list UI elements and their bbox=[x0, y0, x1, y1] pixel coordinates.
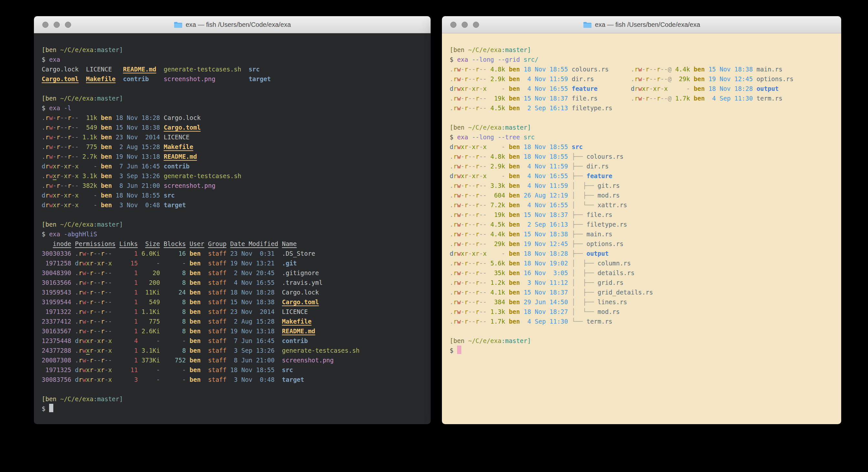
terminal-line: [ben ~/C/e/exa:master] bbox=[42, 394, 431, 404]
desktop-background: exa — fish /Users/ben/Code/exa/exa [ben … bbox=[0, 0, 868, 472]
terminal-line: 30163567 .rw-r--r-- 1 2.6Ki 8 ben staff … bbox=[42, 326, 431, 336]
terminal-line: .rw-r--r-- 2.9k ben 4 Nov 11:59 ├── dir.… bbox=[450, 161, 841, 171]
terminal-line: .rw-r--r-- 3.3k ben 4 Nov 11:59 │ ├── gi… bbox=[450, 181, 841, 190]
zoom-button[interactable] bbox=[65, 22, 71, 28]
terminal-line: .rw-r--r-- 384 ben 29 Jun 14:50 │ ├── li… bbox=[450, 297, 841, 307]
terminal-line: [ben ~/C/e/exa:master] bbox=[450, 122, 841, 132]
terminal-line: .rw-r--r-- 7.2k ben 4 Nov 16:55 │ └── xa… bbox=[450, 200, 841, 210]
title-area: exa — fish /Users/ben/Code/exa/exa bbox=[583, 21, 700, 28]
terminal-line: drwxr-xr-x - ben 3 Nov 0:48 target bbox=[42, 200, 431, 210]
terminal-line: .rwxr-xr-x 3.1k ben 3 Sep 13:26 generate… bbox=[42, 171, 431, 181]
terminal-line: .rw-r--r-- 1.3k ben 18 Nov 18:27 │ └── m… bbox=[450, 307, 841, 317]
traffic-lights bbox=[42, 16, 71, 33]
terminal-line: drwxr-xr-x - ben 18 Nov 18:55 src bbox=[450, 142, 841, 152]
terminal-line: .rw-r--r-- 604 ben 26 Aug 12:19 │ ├── mo… bbox=[450, 190, 841, 200]
terminal-line: .rw-r--r-- 4.1k ben 15 Nov 18:37 │ ├── g… bbox=[450, 287, 841, 297]
close-button[interactable] bbox=[450, 22, 457, 28]
terminal-line: .rw-r--r-- 775 ben 2 Aug 15:28 Makefile bbox=[42, 142, 431, 152]
terminal-line: Cargo.toml Makefile contrib screenshot.p… bbox=[42, 74, 431, 84]
terminal-line: drwxr-xr-x - ben 18 Nov 18:55 src bbox=[42, 190, 431, 200]
terminal-line: .rw-r--r-- 4.5k ben 2 Sep 16:13 filetype… bbox=[450, 103, 841, 113]
minimize-button[interactable] bbox=[54, 22, 60, 28]
terminal-line: $ exa -abghHliS bbox=[42, 229, 431, 239]
terminal-line: .rw-r--r-- 35k ben 16 Nov 3:05 │ ├── det… bbox=[450, 268, 841, 278]
terminal-line: 24377288 .rwxr-xr-x 1 3.1Ki 8 ben staff … bbox=[42, 346, 431, 355]
terminal-line: .rw-r--r-- 549 ben 15 Nov 18:38 Cargo.to… bbox=[42, 122, 431, 132]
terminal-line bbox=[42, 210, 431, 219]
terminal-line: $ exa --long --grid src/ bbox=[450, 55, 841, 64]
terminal-line: .rw-r--r-- 4.4k ben 15 Nov 18:38 ├── mai… bbox=[450, 229, 841, 239]
folder-icon bbox=[583, 21, 592, 28]
terminal-line: .rw-r--r-- 382k ben 8 Jun 21:00 screensh… bbox=[42, 181, 431, 190]
terminal-body-dark[interactable]: [ben ~/C/e/exa:master]$ exaCargo.lock LI… bbox=[34, 33, 431, 424]
terminal-line: $ bbox=[450, 346, 841, 355]
terminal-line: 1971325 drwxr-xr-x 11 - - ben staff 18 N… bbox=[42, 365, 431, 375]
terminal-line: 30048390 .rw-r--r-- 1 20 8 ben staff 2 N… bbox=[42, 268, 431, 278]
terminal-line: [ben ~/C/e/exa:master] bbox=[42, 219, 431, 229]
terminal-line: .rw-r--r-- 2.9k ben 4 Nov 11:59 dir.rs .… bbox=[450, 74, 841, 84]
terminal-line: 31959544 .rw-r--r-- 1 549 8 ben staff 15… bbox=[42, 297, 431, 307]
terminal-line: .rw-r--r-- 4.8k ben 18 Nov 18:55 colours… bbox=[450, 64, 841, 74]
terminal-line: [ben ~/C/e/exa:master] bbox=[450, 336, 841, 346]
window-title: exa — fish /Users/ben/Code/exa/exa bbox=[595, 21, 700, 28]
terminal-line: .rw-r--r-- 19k ben 15 Nov 18:37 file.rs … bbox=[450, 93, 841, 103]
terminal-line: .rw-r--r-- 1.2k ben 3 Nov 11:12 │ ├── gr… bbox=[450, 278, 841, 287]
terminal-line: .rw-r--r-- 5.6k ben 18 Nov 19:02 │ ├── c… bbox=[450, 258, 841, 268]
folder-icon bbox=[174, 21, 183, 28]
terminal-line: [ben ~/C/e/exa:master] bbox=[42, 45, 431, 55]
terminal-line: $ exa bbox=[42, 55, 431, 64]
cursor-block bbox=[457, 346, 461, 354]
traffic-lights bbox=[450, 16, 479, 33]
terminal-line bbox=[450, 326, 841, 336]
terminal-line: 20087308 .rw-r--r-- 1 373Ki 752 ben staf… bbox=[42, 355, 431, 365]
terminal-line: 1971258 drwxr-xr-x 15 - - ben staff 19 N… bbox=[42, 258, 431, 268]
terminal-line: .rw-r--r-- 1.7k ben 4 Sep 11:30 └── term… bbox=[450, 317, 841, 326]
terminal-line: $ exa --long --tree src bbox=[450, 132, 841, 142]
terminal-line: drwxr-xr-x - ben 4 Nov 16:55 ├── feature bbox=[450, 171, 841, 181]
terminal-line: [ben ~/C/e/exa:master] bbox=[450, 45, 841, 55]
terminal-window-dark[interactable]: exa — fish /Users/ben/Code/exa/exa [ben … bbox=[34, 16, 431, 424]
terminal-line: drwxr-xr-x - ben 7 Jun 16:45 contrib bbox=[42, 161, 431, 171]
window-title: exa — fish /Users/ben/Code/exa/exa bbox=[186, 21, 291, 28]
terminal-line: drwxr-xr-x - ben 18 Nov 18:28 ├── output bbox=[450, 248, 841, 258]
terminal-line: .rw-r--r-- 19k ben 15 Nov 18:37 ├── file… bbox=[450, 210, 841, 219]
terminal-line: 30030336 .rw-r--r-- 1 6.0Ki 16 ben staff… bbox=[42, 248, 431, 258]
terminal-line: 23377412 .rw-r--r-- 1 775 8 ben staff 2 … bbox=[42, 317, 431, 326]
terminal-line: [ben ~/C/e/exa:master] bbox=[42, 93, 431, 103]
terminal-body-light[interactable]: [ben ~/C/e/exa:master]$ exa --long --gri… bbox=[442, 33, 841, 424]
titlebar-dark[interactable]: exa — fish /Users/ben/Code/exa/exa bbox=[34, 16, 431, 33]
terminal-line: Cargo.lock LICENCE README.md generate-te… bbox=[42, 64, 431, 74]
zoom-button[interactable] bbox=[473, 22, 479, 28]
terminal-line: 31959543 .rw-r--r-- 1 11Ki 24 ben staff … bbox=[42, 287, 431, 297]
minimize-button[interactable] bbox=[462, 22, 468, 28]
terminal-line: drwxr-xr-x - ben 4 Nov 16:55 feature drw… bbox=[450, 84, 841, 93]
terminal-line: 30163566 .rw-r--r-- 1 200 8 ben staff 4 … bbox=[42, 278, 431, 287]
terminal-line: .rw-r--r-- 4.5k ben 2 Sep 16:13 ├── file… bbox=[450, 219, 841, 229]
terminal-line: .rw-r--r-- 4.8k ben 18 Nov 18:55 ├── col… bbox=[450, 152, 841, 161]
terminal-line: .rw-r--r-- 2.7k ben 19 Nov 13:18 README.… bbox=[42, 152, 431, 161]
terminal-line: .rw-r--r-- 11k ben 18 Nov 18:28 Cargo.lo… bbox=[42, 113, 431, 122]
terminal-line bbox=[450, 113, 841, 122]
terminal-line: inode Permissions Links Size Blocks User… bbox=[42, 239, 431, 248]
terminal-line bbox=[42, 384, 431, 394]
titlebar-light[interactable]: exa — fish /Users/ben/Code/exa/exa bbox=[442, 16, 841, 33]
terminal-line: 12375448 drwxr-xr-x 4 - - ben staff 7 Ju… bbox=[42, 336, 431, 346]
terminal-line bbox=[42, 35, 431, 45]
terminal-line: .rw-r--r-- 29k ben 19 Nov 12:45 ├── opti… bbox=[450, 239, 841, 248]
terminal-line bbox=[42, 84, 431, 93]
terminal-line: 30083756 drwxr-xr-x 3 - - ben staff 3 No… bbox=[42, 375, 431, 384]
terminal-line bbox=[450, 35, 841, 45]
title-area: exa — fish /Users/ben/Code/exa/exa bbox=[174, 21, 291, 28]
terminal-window-light[interactable]: exa — fish /Users/ben/Code/exa/exa [ben … bbox=[442, 16, 841, 424]
close-button[interactable] bbox=[42, 22, 49, 28]
terminal-line: 1971322 .rw-r--r-- 1 1.1Ki 8 ben staff 2… bbox=[42, 307, 431, 317]
terminal-line: $ bbox=[42, 404, 431, 413]
terminal-line: $ exa -l bbox=[42, 103, 431, 113]
terminal-line: .rw-r--r-- 1.1k ben 23 Nov 2014 LICENCE bbox=[42, 132, 431, 142]
cursor-block bbox=[49, 404, 53, 412]
